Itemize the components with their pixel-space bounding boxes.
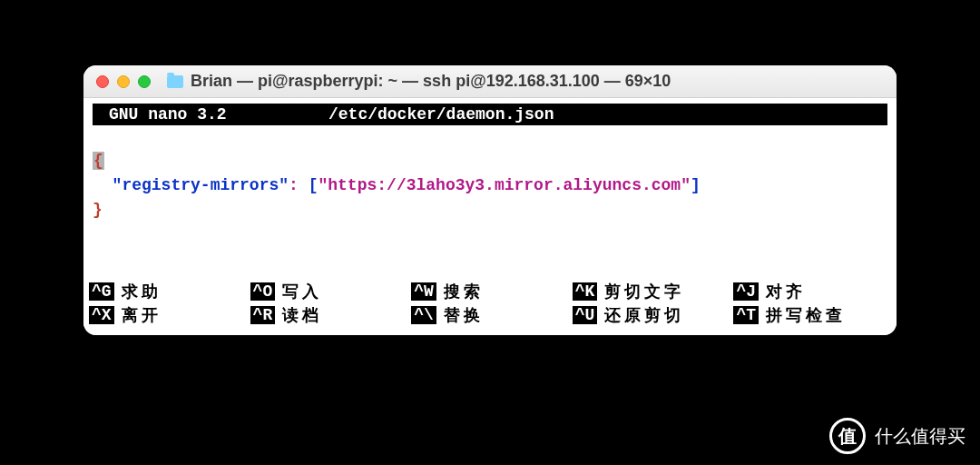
help-spell: ^T拼写检查	[733, 304, 891, 326]
nano-help-bar: ^G求助 ^O写入 ^W搜索 ^K剪切文字 ^J对齐 ^X离开 ^R读档 ^\替…	[83, 277, 897, 335]
json-key: "registry-mirrors"	[113, 176, 289, 194]
kbd-ctrl-r: ^R	[250, 306, 276, 324]
watermark-icon: 值	[829, 418, 866, 454]
help-cut: ^K剪切文字	[573, 281, 730, 302]
help-justify: ^J对齐	[733, 281, 891, 302]
nano-app-name: GNU nano 3.2	[93, 105, 328, 124]
help-search: ^W搜索	[411, 281, 569, 302]
watermark: 值 什么值得买	[829, 418, 965, 454]
kbd-ctrl-j: ^J	[733, 282, 759, 301]
kbd-ctrl-w: ^W	[411, 282, 436, 301]
traffic-lights	[96, 75, 151, 88]
maximize-icon[interactable]	[138, 75, 151, 88]
terminal-body[interactable]: GNU nano 3.2 /etc/docker/daemon.json { "…	[83, 104, 897, 335]
kbd-ctrl-t: ^T	[733, 306, 759, 324]
kbd-ctrl-k: ^K	[573, 282, 598, 301]
nano-header: GNU nano 3.2 /etc/docker/daemon.json	[93, 104, 887, 125]
help-read-file: ^R读档	[250, 304, 408, 326]
json-value: "https://3laho3y3.mirror.aliyuncs.com"	[318, 176, 690, 194]
kbd-ctrl-u: ^U	[573, 306, 598, 324]
help-row-2: ^X离开 ^R读档 ^\替换 ^U还原剪切 ^T拼写检查	[89, 304, 891, 326]
titlebar: Brian — pi@raspberrypi: ~ — ssh pi@192.1…	[83, 65, 897, 98]
folder-icon	[167, 75, 183, 88]
help-write-out: ^O写入	[250, 281, 408, 302]
close-icon[interactable]	[96, 75, 109, 88]
watermark-text: 什么值得买	[875, 424, 965, 449]
minimize-icon[interactable]	[117, 75, 130, 88]
kbd-ctrl-g: ^G	[89, 282, 114, 301]
terminal-window: Brian — pi@raspberrypi: ~ — ssh pi@192.1…	[83, 65, 897, 335]
kbd-ctrl-x: ^X	[89, 306, 114, 324]
kbd-ctrl-backslash: ^\	[411, 306, 436, 324]
help-uncut: ^U还原剪切	[573, 304, 730, 326]
cursor: {	[93, 152, 104, 170]
kbd-ctrl-o: ^O	[250, 282, 276, 301]
window-title: Brian — pi@raspberrypi: ~ — ssh pi@192.1…	[191, 72, 884, 91]
help-get-help: ^G求助	[89, 281, 247, 302]
help-replace: ^\替换	[411, 304, 569, 326]
help-row-1: ^G求助 ^O写入 ^W搜索 ^K剪切文字 ^J对齐	[89, 281, 891, 302]
nano-file-path: /etc/docker/daemon.json	[328, 105, 554, 124]
editor-area[interactable]: { "registry-mirrors": ["https://3laho3y3…	[83, 125, 897, 277]
help-exit: ^X离开	[89, 304, 247, 326]
